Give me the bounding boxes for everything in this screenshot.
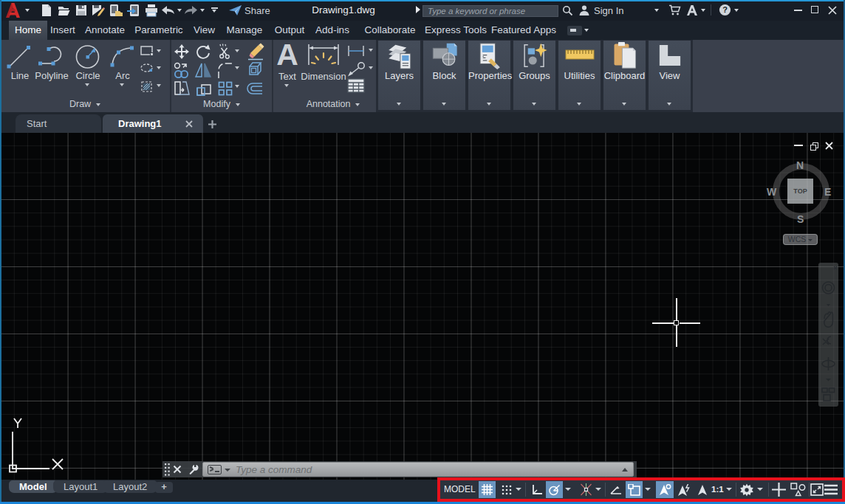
svg-text:?: ? — [722, 5, 728, 14]
